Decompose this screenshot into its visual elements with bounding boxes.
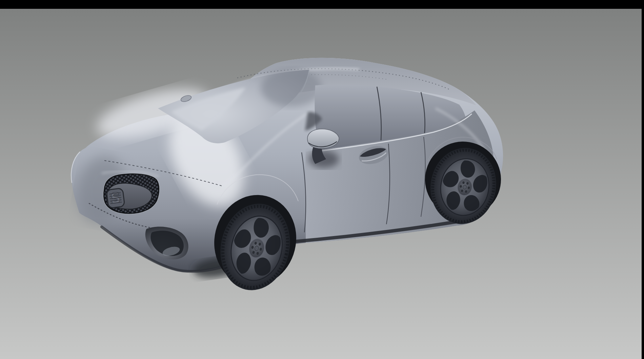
mirror-shell — [307, 129, 339, 149]
seat-badge: S — [106, 188, 125, 208]
windshield-shade — [261, 69, 322, 107]
car-model: S — [71, 58, 507, 297]
render-viewport[interactable]: S — [0, 0, 644, 359]
letterbox-right-bar — [642, 0, 644, 359]
car-render-canvas: S — [0, 0, 644, 359]
front-grille: S — [102, 171, 159, 213]
letterbox-top-bar — [0, 0, 644, 9]
